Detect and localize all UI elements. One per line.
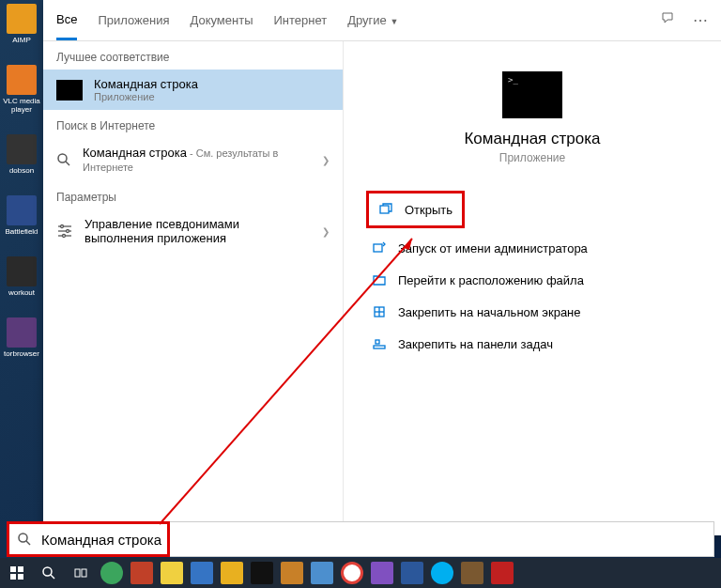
svg-rect-9 <box>374 244 382 252</box>
svg-line-18 <box>26 541 30 545</box>
desktop-icon[interactable]: workout <box>0 256 43 297</box>
taskbar-app[interactable] <box>338 559 366 587</box>
preview-title: Командная строка <box>366 130 698 148</box>
svg-point-23 <box>43 567 52 576</box>
svg-point-3 <box>61 225 64 228</box>
search-panel: Все Приложения Документы Интернет Другие… <box>43 0 721 535</box>
taskbar-search-button[interactable] <box>34 559 64 587</box>
svg-rect-19 <box>10 566 16 572</box>
tab-other[interactable]: Другие ▼ <box>347 2 398 39</box>
pin-icon <box>372 304 387 319</box>
svg-rect-25 <box>75 569 80 577</box>
action-file-location[interactable]: Перейти к расположению файла <box>366 264 698 296</box>
desktop-icon-label: AIMP <box>12 36 31 44</box>
preview-thumbnail-icon <box>502 71 562 118</box>
action-open[interactable]: Открыть <box>373 193 458 225</box>
svg-line-1 <box>66 162 69 165</box>
desktop-icon-label: torbrowser <box>4 349 39 358</box>
search-input[interactable] <box>41 522 713 556</box>
desktop-icon-label: workout <box>8 288 35 297</box>
search-tabs: Все Приложения Документы Интернет Другие… <box>43 0 721 41</box>
svg-rect-26 <box>82 569 86 577</box>
action-run-admin[interactable]: Запуск от имени администратора <box>366 232 698 264</box>
sliders-icon <box>56 223 73 240</box>
action-label: Открыть <box>405 203 453 217</box>
result-title: Командная строка <box>83 146 187 160</box>
taskbar-app[interactable] <box>488 559 516 587</box>
section-params: Параметры <box>43 181 343 209</box>
svg-line-24 <box>51 575 54 579</box>
taskbar-app[interactable] <box>158 559 186 587</box>
tab-apps[interactable]: Приложения <box>98 2 169 39</box>
svg-point-0 <box>58 154 67 162</box>
taskbar-app[interactable] <box>428 559 456 587</box>
feedback-icon[interactable] <box>661 11 676 30</box>
desktop-icon[interactable]: AIMP <box>0 4 43 44</box>
chevron-right-icon: ❯ <box>322 226 330 237</box>
chevron-right-icon: ❯ <box>322 155 330 165</box>
action-label: Закрепить на начальном экране <box>398 305 581 319</box>
result-title: Командная строка <box>94 77 330 91</box>
search-input-bar[interactable] <box>7 521 714 557</box>
desktop-icon[interactable]: dobson <box>0 134 43 175</box>
highlight-open-action: Открыть <box>366 191 465 228</box>
result-settings[interactable]: Управление псевдонимами выполнения прило… <box>43 209 343 253</box>
svg-point-5 <box>67 230 69 233</box>
cmd-thumbnail-icon <box>56 80 83 101</box>
taskbar-app[interactable] <box>98 559 126 587</box>
taskbar-app[interactable] <box>398 559 426 587</box>
taskbar-app[interactable] <box>128 559 156 587</box>
desktop-icon-label: VLC media player <box>0 97 43 114</box>
search-icon <box>17 532 32 547</box>
open-icon <box>378 202 393 217</box>
results-list: Лучшее соответствие Командная строка При… <box>43 41 344 535</box>
search-icon <box>56 152 71 167</box>
taskbar <box>0 558 721 588</box>
taskbar-app[interactable] <box>218 559 246 587</box>
svg-rect-22 <box>18 574 23 580</box>
desktop-icon[interactable]: torbrowser <box>0 317 43 358</box>
section-web: Поиск в Интернете <box>43 110 343 138</box>
task-view-button[interactable] <box>66 559 96 587</box>
taskbar-app[interactable] <box>458 559 486 587</box>
svg-point-17 <box>19 534 27 542</box>
taskbar-app[interactable] <box>248 559 276 587</box>
action-label: Перейти к расположению файла <box>398 273 584 287</box>
taskbar-app[interactable] <box>308 559 336 587</box>
taskbar-app[interactable] <box>278 559 306 587</box>
start-button[interactable] <box>2 559 32 587</box>
desktop-icon[interactable]: VLC media player <box>0 65 43 114</box>
action-pin-taskbar[interactable]: Закрепить на панели задач <box>366 328 698 360</box>
svg-rect-14 <box>376 340 379 344</box>
svg-rect-8 <box>380 206 389 213</box>
desktop-icon-label: dobson <box>9 166 34 175</box>
svg-rect-13 <box>374 346 385 348</box>
tab-docs[interactable]: Документы <box>190 2 253 39</box>
taskbar-pin-icon <box>372 336 387 351</box>
taskbar-app[interactable] <box>368 559 396 587</box>
svg-point-7 <box>63 235 66 238</box>
result-web[interactable]: Командная строка - См. результаты в Инте… <box>43 138 343 181</box>
section-best-match: Лучшее соответствие <box>43 41 343 70</box>
tab-all[interactable]: Все <box>56 1 77 40</box>
desktop-icon-label: Battlefield <box>5 227 38 236</box>
folder-icon <box>372 272 387 287</box>
admin-icon <box>372 240 387 255</box>
preview-subtitle: Приложение <box>366 151 698 164</box>
result-best-match[interactable]: Командная строка Приложение <box>43 70 343 110</box>
action-label: Запуск от имени администратора <box>398 241 588 255</box>
svg-rect-21 <box>10 574 16 580</box>
desktop-icons-column: AIMP VLC media player dobson Battlefield… <box>0 0 43 535</box>
taskbar-app[interactable] <box>188 559 216 587</box>
result-title: Управление псевдонимами выполнения прило… <box>84 217 311 245</box>
result-subtitle: Приложение <box>94 91 330 102</box>
preview-pane: Командная строка Приложение Открыть Запу… <box>344 41 721 535</box>
svg-rect-20 <box>18 566 23 572</box>
more-icon[interactable]: ⋯ <box>693 11 708 30</box>
action-pin-start[interactable]: Закрепить на начальном экране <box>366 296 698 328</box>
action-label: Закрепить на панели задач <box>398 337 553 351</box>
tab-web[interactable]: Интернет <box>273 2 327 39</box>
desktop-icon[interactable]: Battlefield <box>0 195 43 236</box>
